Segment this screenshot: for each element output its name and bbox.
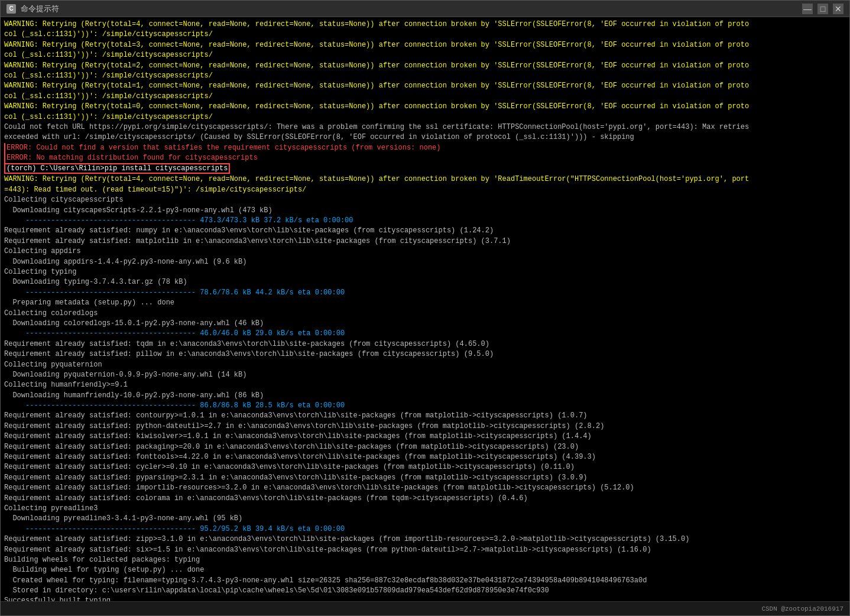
terminal-line: WARNING: Retrying (Retry(total=4, connec… [4,174,846,195]
terminal-line: Requirement already satisfied: importlib… [4,483,846,493]
terminal-line: Requirement already satisfied: packaging… [4,442,846,452]
terminal-line: Requirement already satisfied: six>=1.5 … [4,545,846,555]
terminal-line: ----------------------------------------… [4,329,846,339]
minimize-button[interactable]: — [802,4,813,14]
terminal-line: Collecting cityscapesscripts [4,195,846,205]
terminal-line: ----------------------------------------… [4,216,846,226]
terminal-line: Requirement already satisfied: fonttools… [4,452,846,462]
titlebar-controls: — □ ✕ [802,4,843,14]
terminal-line: Building wheel for typing (setup.py) ...… [4,565,846,575]
terminal-line: Downloading appdirs-1.4.4-py2.py3-none-a… [4,257,846,267]
terminal-line: Downloading pyquaternion-0.9.9-py3-none-… [4,370,846,380]
terminal-line: Building wheels for collected packages: … [4,555,846,565]
terminal-line: Collecting humanfriendly>=9.1 [4,380,846,390]
terminal-line: WARNING: Retrying (Retry(total=1, connec… [4,81,846,102]
terminal-line: Requirement already satisfied: pillow in… [4,349,846,359]
terminal-output: WARNING: Retrying (Retry(total=4, connec… [1,17,849,601]
titlebar-icon: C [7,4,16,14]
terminal-line: Collecting typing [4,267,846,277]
titlebar: C 命令提示符 — □ ✕ [1,1,849,17]
terminal-line: Successfully built typing [4,596,846,601]
terminal-line: Downloading pyreadline3-3.4.1-py3-none-a… [4,514,846,524]
statusbar: CSDN @zootopia2016917 [1,601,849,615]
terminal-line: Requirement already satisfied: numpy in … [4,226,846,236]
terminal-line: Could not fetch URL https://pypi.org/sim… [4,122,846,143]
prompt-box: (torch) C:\Users\Rilin>pip install citys… [4,163,230,174]
terminal-line: Downloading typing-3.7.4.3.tar.gz (78 kB… [4,277,846,287]
terminal-line: Collecting pyquaternion [4,360,846,370]
terminal-line: WARNING: Retrying (Retry(total=2, connec… [4,61,846,82]
terminal-line: Stored in directory: c:\users\rilin\appd… [4,586,846,596]
terminal-line: Preparing metadata (setup.py) ... done [4,298,846,308]
terminal-line: WARNING: Retrying (Retry(total=0, connec… [4,102,846,122]
terminal-line: Requirement already satisfied: tqdm in e… [4,339,846,349]
terminal-line: Requirement already satisfied: zipp>=3.1… [4,534,846,544]
terminal-line: Downloading coloredlogs-15.0.1-py2.py3-n… [4,319,846,329]
terminal-line: Requirement already satisfied: kiwisolve… [4,432,846,442]
terminal-line: Collecting pyreadline3 [4,504,846,514]
terminal-line: Requirement already satisfied: python-da… [4,422,846,432]
terminal-line: ERROR: Could not find a version that sat… [4,143,846,153]
close-button[interactable]: ✕ [833,4,843,14]
terminal-line: Requirement already satisfied: matplotli… [4,236,846,247]
terminal-line: ----------------------------------------… [4,288,846,298]
terminal-line: Requirement already satisfied: colorama … [4,494,846,504]
terminal-line: Requirement already satisfied: pyparsing… [4,473,846,483]
terminal-line: WARNING: Retrying (Retry(total=3, connec… [4,40,846,61]
terminal-line: WARNING: Retrying (Retry(total=4, connec… [4,20,846,40]
maximize-button[interactable]: □ [817,4,828,14]
terminal-line: Collecting coloredlogs [4,309,846,319]
terminal-line: Requirement already satisfied: cycler>=0… [4,462,846,472]
terminal-line: ----------------------------------------… [4,524,846,534]
terminal-line: Collecting appdirs [4,247,846,257]
statusbar-text: CSDN @zootopia2016917 [761,605,843,612]
terminal-line: Downloading cityscapesScripts-2.2.1-py3-… [4,206,846,216]
terminal-line: Requirement already satisfied: contourpy… [4,411,846,421]
terminal-line: ERROR: No matching distribution found fo… [4,153,846,163]
terminal-window: C 命令提示符 — □ ✕ WARNING: Retrying (Retry(t… [0,0,850,616]
terminal-line: Created wheel for typing: filename=typin… [4,576,846,586]
terminal-line: ----------------------------------------… [4,401,846,411]
terminal-line: Downloading humanfriendly-10.0-py2.py3-n… [4,391,846,401]
titlebar-title: 命令提示符 [21,4,802,14]
